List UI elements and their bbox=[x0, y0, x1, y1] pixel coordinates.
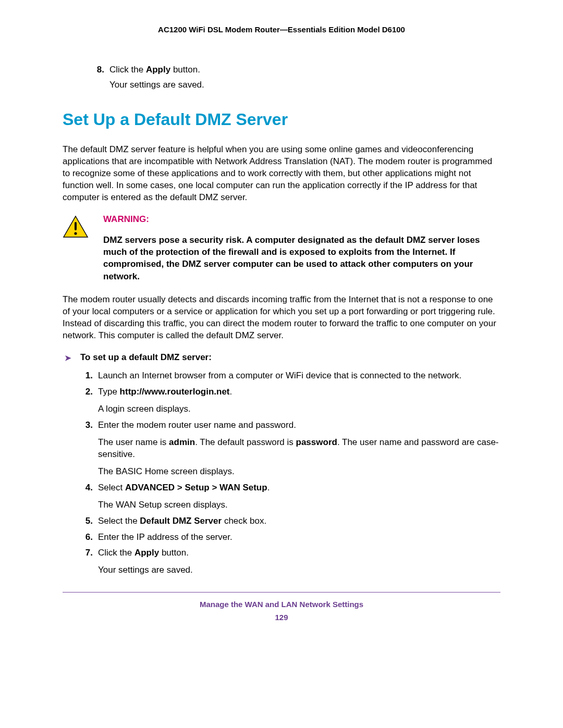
body-paragraph: The modem router usually detects and dis… bbox=[63, 294, 500, 342]
step-detail: The user name is admin. The default pass… bbox=[98, 437, 500, 461]
step-body: Click the Apply button. Your settings ar… bbox=[109, 64, 500, 91]
step-number: 1. bbox=[80, 370, 93, 382]
step-body: Type http://www.routerlogin.net. A login… bbox=[98, 386, 500, 415]
step-3: 3. Enter the modem router user name and … bbox=[80, 419, 500, 478]
warning-label: WARNING: bbox=[103, 214, 500, 225]
document-page: AC1200 WiFi DSL Modem Router—Essentials … bbox=[0, 0, 563, 622]
step-result: Your settings are saved. bbox=[98, 564, 500, 576]
text: button. bbox=[159, 548, 189, 558]
step-4: 4. Select ADVANCED > Setup > WAN Setup. … bbox=[80, 482, 500, 511]
step-result: The BASIC Home screen displays. bbox=[98, 466, 500, 478]
footer-divider bbox=[63, 592, 500, 593]
warning-icon-container bbox=[63, 214, 103, 283]
text: . The default password is bbox=[195, 437, 296, 447]
step-body: Enter the IP address of the server. bbox=[98, 532, 500, 544]
warning-block: WARNING: DMZ servers pose a security ris… bbox=[63, 214, 500, 283]
footer-chapter-title: Manage the WAN and LAN Network Settings bbox=[63, 600, 500, 609]
step-number: 8. bbox=[92, 64, 104, 91]
footer-page-number: 129 bbox=[63, 613, 500, 622]
prior-step-list: 8. Click the Apply button. Your settings… bbox=[92, 64, 500, 91]
bold-text: password bbox=[296, 437, 337, 447]
procedure-steps: 1. Launch an Internet browser from a com… bbox=[80, 370, 500, 576]
bold-text: Default DMZ Server bbox=[140, 516, 222, 526]
text: Click the bbox=[98, 548, 134, 558]
step-number: 3. bbox=[80, 419, 93, 478]
bold-text: Apply bbox=[134, 548, 159, 558]
step-number: 5. bbox=[80, 515, 93, 527]
step-number: 6. bbox=[80, 532, 93, 544]
step-body: Select the Default DMZ Server check box. bbox=[98, 515, 500, 527]
bold-text: http://www.routerlogin.net bbox=[120, 387, 230, 397]
step-1: 1. Launch an Internet browser from a com… bbox=[80, 370, 500, 382]
step-5: 5. Select the Default DMZ Server check b… bbox=[80, 515, 500, 527]
step-body: Enter the modem router user name and pas… bbox=[98, 419, 500, 478]
procedure-intro: ➤ To set up a default DMZ server: bbox=[63, 352, 500, 363]
intro-paragraph: The default DMZ server feature is helpfu… bbox=[63, 144, 500, 204]
text: Select the bbox=[98, 516, 140, 526]
step-result: Your settings are saved. bbox=[109, 79, 500, 91]
step-body: Click the Apply button. Your settings ar… bbox=[98, 547, 500, 576]
step-body: Select ADVANCED > Setup > WAN Setup. The… bbox=[98, 482, 500, 511]
bold-text: ADVANCED > Setup > WAN Setup bbox=[125, 483, 267, 492]
section-heading: Set Up a Default DMZ Server bbox=[63, 110, 500, 129]
text: Enter the modem router user name and pas… bbox=[98, 420, 296, 430]
arrow-bullet-icon: ➤ bbox=[63, 352, 80, 363]
text: Click the bbox=[109, 65, 146, 75]
text: The user name is bbox=[98, 437, 169, 447]
text: . bbox=[230, 387, 232, 397]
bold-text: Apply bbox=[146, 65, 170, 75]
step-number: 2. bbox=[80, 386, 93, 415]
svg-point-2 bbox=[74, 232, 77, 235]
text: Type bbox=[98, 387, 120, 397]
bold-text: admin bbox=[169, 437, 195, 447]
text: Select bbox=[98, 483, 125, 492]
document-header: AC1200 WiFi DSL Modem Router—Essentials … bbox=[63, 25, 500, 34]
step-2: 2. Type http://www.routerlogin.net. A lo… bbox=[80, 386, 500, 415]
step-number: 7. bbox=[80, 547, 93, 576]
procedure-title: To set up a default DMZ server: bbox=[80, 352, 212, 363]
svg-rect-1 bbox=[75, 222, 77, 230]
prior-step-8: 8. Click the Apply button. Your settings… bbox=[92, 64, 500, 91]
step-result: A login screen displays. bbox=[98, 403, 500, 415]
text: . bbox=[267, 483, 270, 492]
warning-text: DMZ servers pose a security risk. A comp… bbox=[103, 234, 500, 283]
text: button. bbox=[170, 65, 200, 75]
step-7: 7. Click the Apply button. Your settings… bbox=[80, 547, 500, 576]
step-body: Launch an Internet browser from a comput… bbox=[98, 370, 500, 382]
step-6: 6. Enter the IP address of the server. bbox=[80, 532, 500, 544]
step-result: The WAN Setup screen displays. bbox=[98, 499, 500, 511]
text: check box. bbox=[222, 516, 266, 526]
warning-content: WARNING: DMZ servers pose a security ris… bbox=[103, 214, 500, 283]
step-number: 4. bbox=[80, 482, 93, 511]
warning-triangle-icon bbox=[63, 215, 89, 238]
